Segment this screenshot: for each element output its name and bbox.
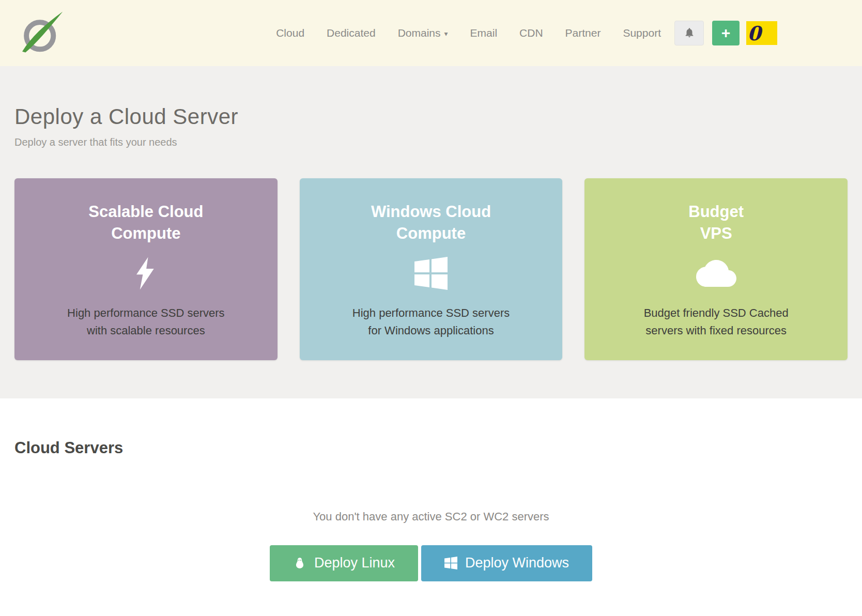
card-budget-vps[interactable]: Budget VPS Budget friendly SSD Cached se… — [584, 178, 848, 360]
nav-item-label: CDN — [519, 27, 543, 39]
section-heading: Cloud Servers — [14, 439, 848, 457]
deploy-buttons: Deploy Linux Deploy Windows — [14, 545, 848, 581]
server-type-cards: Scalable Cloud Compute High performance … — [14, 178, 848, 360]
card-description: Budget friendly SSD Cached servers with … — [602, 304, 830, 340]
page-subtitle: Deploy a server that fits your needs — [14, 136, 848, 148]
windows-icon — [444, 557, 457, 569]
badge-value: 0 — [747, 22, 761, 45]
nav-item-cdn[interactable]: CDN — [519, 27, 543, 39]
nav-item-domains[interactable]: Domains ▾ — [398, 27, 448, 39]
deploy-windows-button[interactable]: Deploy Windows — [421, 545, 592, 581]
add-server-button[interactable]: + — [712, 21, 740, 45]
account-badge[interactable]: 0 — [746, 21, 777, 45]
top-nav: Cloud Dedicated Domains ▾ Email CDN Part… — [0, 0, 862, 66]
chevron-down-icon: ▾ — [444, 29, 448, 38]
nav-item-cloud[interactable]: Cloud — [276, 27, 304, 39]
card-title: Scalable Cloud Compute — [32, 201, 260, 244]
nav-item-email[interactable]: Email — [470, 27, 498, 39]
cloud-icon — [602, 244, 830, 302]
linux-penguin-icon — [293, 557, 306, 570]
company-logo[interactable] — [18, 7, 65, 59]
nav-item-label: Support — [623, 27, 661, 39]
deploy-linux-button[interactable]: Deploy Linux — [270, 545, 418, 581]
notifications-button[interactable] — [674, 21, 704, 45]
nav-item-label: Cloud — [276, 27, 304, 39]
lightning-icon — [32, 244, 260, 302]
nav-item-label: Dedicated — [327, 27, 376, 39]
nav-item-label: Email — [470, 27, 498, 39]
nav-item-partner[interactable]: Partner — [565, 27, 601, 39]
nav-actions: + 0 — [674, 21, 777, 45]
nav-item-label: Domains — [398, 27, 441, 39]
nav-item-dedicated[interactable]: Dedicated — [327, 27, 376, 39]
windows-icon — [317, 244, 545, 302]
card-title: Windows Cloud Compute — [317, 201, 545, 244]
deploy-linux-label: Deploy Linux — [314, 555, 395, 571]
main-nav: Cloud Dedicated Domains ▾ Email CDN Part… — [276, 27, 661, 39]
deploy-hero-section: Deploy a Cloud Server Deploy a server th… — [0, 66, 862, 398]
empty-state-message: You don't have any active SC2 or WC2 ser… — [14, 510, 848, 523]
card-description: High performance SSD servers with scalab… — [32, 304, 260, 340]
nav-item-support[interactable]: Support — [623, 27, 661, 39]
card-description: High performance SSD servers for Windows… — [317, 304, 545, 340]
page-title: Deploy a Cloud Server — [14, 66, 848, 129]
cloud-servers-section: Cloud Servers You don't have any active … — [0, 398, 862, 616]
swoosh-logo-icon — [18, 7, 64, 59]
nav-item-label: Partner — [565, 27, 601, 39]
bell-icon — [684, 27, 695, 40]
card-title: Budget VPS — [602, 201, 830, 244]
card-windows-cloud-compute[interactable]: Windows Cloud Compute High performance S… — [300, 178, 563, 360]
deploy-windows-label: Deploy Windows — [465, 555, 569, 571]
card-scalable-cloud-compute[interactable]: Scalable Cloud Compute High performance … — [14, 178, 278, 360]
